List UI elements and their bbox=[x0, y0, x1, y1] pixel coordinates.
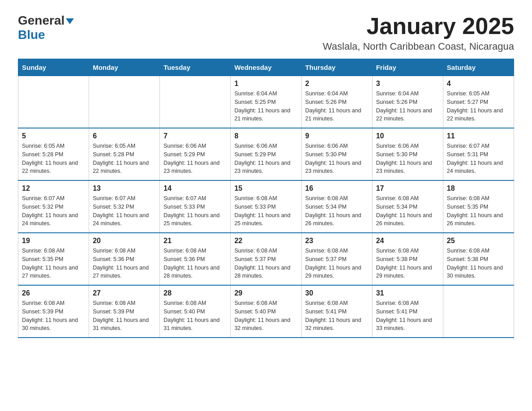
calendar-week-row: 5Sunrise: 6:05 AMSunset: 5:28 PMDaylight… bbox=[18, 128, 514, 180]
calendar-cell: 31Sunrise: 6:08 AMSunset: 5:41 PMDayligh… bbox=[372, 285, 443, 338]
weekday-header-friday: Friday bbox=[372, 59, 443, 76]
calendar-cell: 28Sunrise: 6:08 AMSunset: 5:40 PMDayligh… bbox=[160, 285, 231, 338]
weekday-header-monday: Monday bbox=[89, 59, 160, 76]
calendar-cell: 19Sunrise: 6:08 AMSunset: 5:35 PMDayligh… bbox=[18, 233, 89, 285]
calendar-cell bbox=[18, 76, 89, 128]
title-area: January 2025 Waslala, North Caribbean Co… bbox=[323, 13, 514, 52]
calendar-week-row: 12Sunrise: 6:07 AMSunset: 5:32 PMDayligh… bbox=[18, 180, 514, 233]
calendar-cell: 16Sunrise: 6:08 AMSunset: 5:34 PMDayligh… bbox=[301, 180, 372, 233]
calendar-cell bbox=[443, 285, 514, 338]
day-number: 28 bbox=[163, 289, 227, 297]
day-info: Sunrise: 6:08 AMSunset: 5:34 PMDaylight:… bbox=[305, 194, 369, 228]
day-number: 19 bbox=[22, 237, 85, 245]
day-info: Sunrise: 6:08 AMSunset: 5:40 PMDaylight:… bbox=[163, 299, 227, 333]
day-info: Sunrise: 6:05 AMSunset: 5:28 PMDaylight:… bbox=[22, 142, 85, 176]
calendar-cell: 14Sunrise: 6:07 AMSunset: 5:33 PMDayligh… bbox=[160, 180, 231, 233]
day-info: Sunrise: 6:05 AMSunset: 5:28 PMDaylight:… bbox=[93, 142, 156, 176]
day-number: 1 bbox=[234, 80, 297, 88]
day-info: Sunrise: 6:07 AMSunset: 5:31 PMDaylight:… bbox=[447, 142, 510, 176]
weekday-header-saturday: Saturday bbox=[443, 59, 514, 76]
calendar-cell: 11Sunrise: 6:07 AMSunset: 5:31 PMDayligh… bbox=[443, 128, 514, 180]
day-number: 4 bbox=[447, 80, 510, 88]
calendar-cell: 6Sunrise: 6:05 AMSunset: 5:28 PMDaylight… bbox=[89, 128, 160, 180]
calendar-cell bbox=[160, 76, 231, 128]
calendar-cell: 9Sunrise: 6:06 AMSunset: 5:30 PMDaylight… bbox=[301, 128, 372, 180]
day-info: Sunrise: 6:08 AMSunset: 5:36 PMDaylight:… bbox=[93, 247, 156, 280]
calendar-cell: 15Sunrise: 6:08 AMSunset: 5:33 PMDayligh… bbox=[231, 180, 301, 233]
day-info: Sunrise: 6:08 AMSunset: 5:35 PMDaylight:… bbox=[22, 247, 85, 280]
day-info: Sunrise: 6:08 AMSunset: 5:34 PMDaylight:… bbox=[376, 194, 439, 228]
logo: General Blue bbox=[18, 13, 74, 42]
day-number: 5 bbox=[22, 132, 85, 140]
day-info: Sunrise: 6:08 AMSunset: 5:40 PMDaylight:… bbox=[234, 299, 297, 333]
day-number: 24 bbox=[376, 237, 439, 245]
day-number: 29 bbox=[234, 289, 297, 297]
day-info: Sunrise: 6:08 AMSunset: 5:37 PMDaylight:… bbox=[234, 247, 297, 280]
calendar-body: 1Sunrise: 6:04 AMSunset: 5:25 PMDaylight… bbox=[18, 76, 514, 338]
day-info: Sunrise: 6:08 AMSunset: 5:41 PMDaylight:… bbox=[305, 299, 369, 333]
day-info: Sunrise: 6:06 AMSunset: 5:29 PMDaylight:… bbox=[163, 142, 227, 176]
calendar-week-row: 26Sunrise: 6:08 AMSunset: 5:39 PMDayligh… bbox=[18, 285, 514, 338]
day-number: 9 bbox=[305, 132, 369, 140]
day-info: Sunrise: 6:08 AMSunset: 5:35 PMDaylight:… bbox=[447, 194, 510, 228]
calendar-cell: 18Sunrise: 6:08 AMSunset: 5:35 PMDayligh… bbox=[443, 180, 514, 233]
calendar-week-row: 1Sunrise: 6:04 AMSunset: 5:25 PMDaylight… bbox=[18, 76, 514, 128]
day-info: Sunrise: 6:04 AMSunset: 5:26 PMDaylight:… bbox=[305, 90, 369, 123]
day-number: 7 bbox=[163, 132, 227, 140]
day-info: Sunrise: 6:08 AMSunset: 5:39 PMDaylight:… bbox=[93, 299, 156, 333]
day-info: Sunrise: 6:08 AMSunset: 5:38 PMDaylight:… bbox=[447, 247, 510, 280]
day-number: 16 bbox=[305, 184, 369, 193]
calendar-table: SundayMondayTuesdayWednesdayThursdayFrid… bbox=[18, 59, 514, 338]
day-number: 8 bbox=[234, 132, 297, 140]
day-number: 31 bbox=[376, 289, 439, 297]
calendar-cell: 10Sunrise: 6:06 AMSunset: 5:30 PMDayligh… bbox=[372, 128, 443, 180]
day-number: 18 bbox=[447, 184, 510, 193]
calendar-cell: 26Sunrise: 6:08 AMSunset: 5:39 PMDayligh… bbox=[18, 285, 89, 338]
day-info: Sunrise: 6:08 AMSunset: 5:41 PMDaylight:… bbox=[376, 299, 439, 333]
weekday-header-wednesday: Wednesday bbox=[231, 59, 301, 76]
calendar-subtitle: Waslala, North Caribbean Coast, Nicaragu… bbox=[323, 41, 514, 52]
day-number: 30 bbox=[305, 289, 369, 297]
day-number: 21 bbox=[163, 237, 227, 245]
day-number: 20 bbox=[93, 237, 156, 245]
calendar-cell: 3Sunrise: 6:04 AMSunset: 5:26 PMDaylight… bbox=[372, 76, 443, 128]
calendar-cell: 1Sunrise: 6:04 AMSunset: 5:25 PMDaylight… bbox=[231, 76, 301, 128]
calendar-cell: 25Sunrise: 6:08 AMSunset: 5:38 PMDayligh… bbox=[443, 233, 514, 285]
day-number: 11 bbox=[447, 132, 510, 140]
day-number: 3 bbox=[376, 80, 439, 88]
day-info: Sunrise: 6:08 AMSunset: 5:39 PMDaylight:… bbox=[22, 299, 85, 333]
day-info: Sunrise: 6:04 AMSunset: 5:26 PMDaylight:… bbox=[376, 90, 439, 123]
page-header: General Blue January 2025 Waslala, North… bbox=[18, 13, 514, 52]
calendar-title: January 2025 bbox=[323, 13, 514, 39]
day-number: 23 bbox=[305, 237, 369, 245]
day-info: Sunrise: 6:07 AMSunset: 5:32 PMDaylight:… bbox=[93, 194, 156, 228]
day-info: Sunrise: 6:07 AMSunset: 5:32 PMDaylight:… bbox=[22, 194, 85, 228]
calendar-cell: 29Sunrise: 6:08 AMSunset: 5:40 PMDayligh… bbox=[231, 285, 301, 338]
calendar-cell: 20Sunrise: 6:08 AMSunset: 5:36 PMDayligh… bbox=[89, 233, 160, 285]
day-number: 26 bbox=[22, 289, 85, 297]
logo-general-text: General bbox=[18, 13, 64, 28]
calendar-cell bbox=[89, 76, 160, 128]
day-info: Sunrise: 6:07 AMSunset: 5:33 PMDaylight:… bbox=[163, 194, 227, 228]
day-number: 2 bbox=[305, 80, 369, 88]
weekday-header-sunday: Sunday bbox=[18, 59, 89, 76]
day-number: 14 bbox=[163, 184, 227, 193]
calendar-cell: 22Sunrise: 6:08 AMSunset: 5:37 PMDayligh… bbox=[231, 233, 301, 285]
day-number: 12 bbox=[22, 184, 85, 193]
day-number: 22 bbox=[234, 237, 297, 245]
calendar-cell: 2Sunrise: 6:04 AMSunset: 5:26 PMDaylight… bbox=[301, 76, 372, 128]
calendar-cell: 4Sunrise: 6:05 AMSunset: 5:27 PMDaylight… bbox=[443, 76, 514, 128]
weekday-header-thursday: Thursday bbox=[301, 59, 372, 76]
day-info: Sunrise: 6:06 AMSunset: 5:30 PMDaylight:… bbox=[376, 142, 439, 176]
weekday-header-row: SundayMondayTuesdayWednesdayThursdayFrid… bbox=[18, 59, 514, 76]
day-info: Sunrise: 6:08 AMSunset: 5:37 PMDaylight:… bbox=[305, 247, 369, 280]
day-info: Sunrise: 6:05 AMSunset: 5:27 PMDaylight:… bbox=[447, 90, 510, 123]
calendar-cell: 8Sunrise: 6:06 AMSunset: 5:29 PMDaylight… bbox=[231, 128, 301, 180]
day-number: 13 bbox=[93, 184, 156, 193]
day-info: Sunrise: 6:08 AMSunset: 5:33 PMDaylight:… bbox=[234, 194, 297, 228]
calendar-cell: 17Sunrise: 6:08 AMSunset: 5:34 PMDayligh… bbox=[372, 180, 443, 233]
day-number: 27 bbox=[93, 289, 156, 297]
calendar-cell: 21Sunrise: 6:08 AMSunset: 5:36 PMDayligh… bbox=[160, 233, 231, 285]
calendar-cell: 24Sunrise: 6:08 AMSunset: 5:38 PMDayligh… bbox=[372, 233, 443, 285]
calendar-cell: 12Sunrise: 6:07 AMSunset: 5:32 PMDayligh… bbox=[18, 180, 89, 233]
